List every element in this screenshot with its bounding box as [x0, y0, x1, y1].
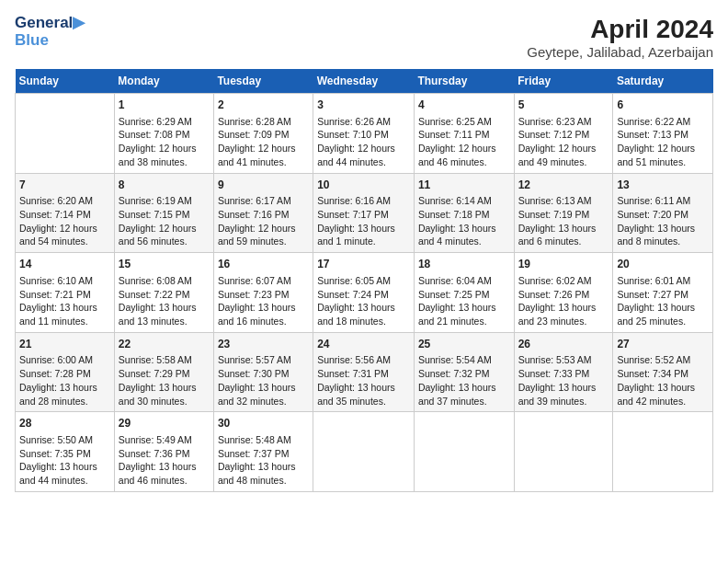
calendar-cell: 4Sunrise: 6:25 AMSunset: 7:11 PMDaylight…	[414, 94, 514, 174]
day-number: 30	[218, 416, 309, 431]
sunset-text: Sunset: 7:37 PM	[218, 447, 309, 461]
daylight-text: Daylight: 12 hours and 49 minutes.	[518, 142, 609, 168]
daylight-text: Daylight: 13 hours and 13 minutes.	[119, 301, 210, 327]
day-number: 7	[19, 178, 110, 193]
calendar-cell: 14Sunrise: 6:10 AMSunset: 7:21 PMDayligh…	[16, 253, 115, 333]
sunrise-text: Sunrise: 6:14 AM	[418, 194, 510, 208]
daylight-text: Daylight: 13 hours and 11 minutes.	[19, 301, 110, 327]
day-number: 3	[317, 98, 410, 113]
header-day-tuesday: Tuesday	[213, 69, 313, 94]
sunrise-text: Sunrise: 6:02 AM	[518, 274, 609, 288]
daylight-text: Daylight: 12 hours and 46 minutes.	[418, 142, 510, 168]
calendar-cell: 6Sunrise: 6:22 AMSunset: 7:13 PMDaylight…	[613, 94, 713, 174]
logo-blue: Blue	[15, 32, 85, 50]
calendar-cell: 30Sunrise: 5:48 AMSunset: 7:37 PMDayligh…	[213, 412, 313, 492]
calendar-cell: 12Sunrise: 6:13 AMSunset: 7:19 PMDayligh…	[514, 173, 613, 253]
daylight-text: Daylight: 13 hours and 28 minutes.	[19, 381, 110, 408]
sunrise-text: Sunrise: 6:19 AM	[119, 194, 210, 208]
sunrise-text: Sunrise: 6:16 AM	[317, 194, 410, 208]
daylight-text: Daylight: 13 hours and 39 minutes.	[518, 381, 609, 408]
daylight-text: Daylight: 13 hours and 46 minutes.	[119, 460, 210, 487]
week-row-4: 28Sunrise: 5:50 AMSunset: 7:35 PMDayligh…	[16, 412, 713, 492]
sunset-text: Sunset: 7:35 PM	[19, 447, 110, 461]
day-number: 18	[418, 257, 510, 272]
calendar-cell	[414, 412, 514, 492]
calendar-cell: 24Sunrise: 5:56 AMSunset: 7:31 PMDayligh…	[313, 332, 415, 412]
sunset-text: Sunset: 7:29 PM	[119, 367, 210, 381]
day-number: 14	[19, 257, 110, 272]
daylight-text: Daylight: 13 hours and 16 minutes.	[218, 301, 309, 327]
sunrise-text: Sunrise: 5:49 AM	[119, 433, 210, 447]
calendar-cell: 25Sunrise: 5:54 AMSunset: 7:32 PMDayligh…	[414, 332, 514, 412]
calendar-cell: 8Sunrise: 6:19 AMSunset: 7:15 PMDaylight…	[114, 173, 213, 253]
sunrise-text: Sunrise: 5:58 AM	[119, 353, 210, 367]
day-number: 15	[119, 257, 210, 272]
day-number: 23	[218, 337, 309, 352]
day-number: 22	[119, 337, 210, 352]
day-number: 10	[317, 178, 410, 193]
daylight-text: Daylight: 12 hours and 54 minutes.	[19, 222, 110, 248]
sunset-text: Sunset: 7:15 PM	[119, 208, 210, 222]
calendar-cell	[16, 94, 115, 174]
calendar-cell: 2Sunrise: 6:28 AMSunset: 7:09 PMDaylight…	[213, 94, 313, 174]
sunrise-text: Sunrise: 6:10 AM	[19, 274, 110, 288]
day-number: 25	[418, 337, 510, 352]
daylight-text: Daylight: 13 hours and 8 minutes.	[617, 222, 709, 248]
sunrise-text: Sunrise: 5:50 AM	[19, 433, 110, 447]
header-day-monday: Monday	[114, 69, 213, 94]
day-number: 20	[617, 257, 709, 272]
sunset-text: Sunset: 7:09 PM	[218, 128, 309, 142]
day-number: 12	[518, 178, 609, 193]
calendar-subtitle: Geytepe, Jalilabad, Azerbaijan	[527, 44, 713, 60]
header-day-thursday: Thursday	[414, 69, 514, 94]
daylight-text: Daylight: 12 hours and 44 minutes.	[317, 142, 410, 168]
sunset-text: Sunset: 7:33 PM	[518, 367, 609, 381]
calendar-cell: 11Sunrise: 6:14 AMSunset: 7:18 PMDayligh…	[414, 173, 514, 253]
calendar-cell: 22Sunrise: 5:58 AMSunset: 7:29 PMDayligh…	[114, 332, 213, 412]
calendar-cell	[613, 412, 713, 492]
week-row-0: 1Sunrise: 6:29 AMSunset: 7:08 PMDaylight…	[16, 94, 713, 174]
sunset-text: Sunset: 7:26 PM	[518, 288, 609, 302]
calendar-cell: 10Sunrise: 6:16 AMSunset: 7:17 PMDayligh…	[313, 173, 415, 253]
daylight-text: Daylight: 13 hours and 37 minutes.	[418, 381, 510, 408]
calendar-cell: 13Sunrise: 6:11 AMSunset: 7:20 PMDayligh…	[613, 173, 713, 253]
sunset-text: Sunset: 7:19 PM	[518, 208, 609, 222]
page-header: General▶ Blue April 2024 Geytepe, Jalila…	[15, 15, 713, 60]
sunrise-text: Sunrise: 6:25 AM	[418, 115, 510, 129]
daylight-text: Daylight: 12 hours and 59 minutes.	[218, 222, 309, 248]
sunrise-text: Sunrise: 6:08 AM	[119, 274, 210, 288]
calendar-cell: 29Sunrise: 5:49 AMSunset: 7:36 PMDayligh…	[114, 412, 213, 492]
sunrise-text: Sunrise: 6:07 AM	[218, 274, 309, 288]
calendar-cell: 23Sunrise: 5:57 AMSunset: 7:30 PMDayligh…	[213, 332, 313, 412]
sunrise-text: Sunrise: 6:28 AM	[218, 115, 309, 129]
sunrise-text: Sunrise: 6:00 AM	[19, 353, 110, 367]
sunset-text: Sunset: 7:32 PM	[418, 367, 510, 381]
sunrise-text: Sunrise: 6:26 AM	[317, 115, 410, 129]
calendar-cell: 18Sunrise: 6:04 AMSunset: 7:25 PMDayligh…	[414, 253, 514, 333]
daylight-text: Daylight: 13 hours and 30 minutes.	[119, 381, 210, 408]
sunset-text: Sunset: 7:28 PM	[19, 367, 110, 381]
daylight-text: Daylight: 12 hours and 41 minutes.	[218, 142, 309, 168]
daylight-text: Daylight: 13 hours and 44 minutes.	[19, 460, 110, 487]
daylight-text: Daylight: 13 hours and 18 minutes.	[317, 301, 410, 327]
calendar-cell: 16Sunrise: 6:07 AMSunset: 7:23 PMDayligh…	[213, 253, 313, 333]
day-number: 21	[19, 337, 110, 352]
daylight-text: Daylight: 13 hours and 48 minutes.	[218, 460, 309, 487]
sunset-text: Sunset: 7:25 PM	[418, 288, 510, 302]
sunrise-text: Sunrise: 5:57 AM	[218, 353, 309, 367]
calendar-cell: 3Sunrise: 6:26 AMSunset: 7:10 PMDaylight…	[313, 94, 415, 174]
day-number: 8	[119, 178, 210, 193]
sunset-text: Sunset: 7:21 PM	[19, 288, 110, 302]
sunrise-text: Sunrise: 6:23 AM	[518, 115, 609, 129]
week-row-2: 14Sunrise: 6:10 AMSunset: 7:21 PMDayligh…	[16, 253, 713, 333]
sunset-text: Sunset: 7:17 PM	[317, 208, 410, 222]
calendar-cell: 7Sunrise: 6:20 AMSunset: 7:14 PMDaylight…	[16, 173, 115, 253]
daylight-text: Daylight: 13 hours and 21 minutes.	[418, 301, 510, 327]
daylight-text: Daylight: 13 hours and 1 minute.	[317, 222, 410, 248]
header-day-friday: Friday	[514, 69, 613, 94]
calendar-cell: 19Sunrise: 6:02 AMSunset: 7:26 PMDayligh…	[514, 253, 613, 333]
week-row-1: 7Sunrise: 6:20 AMSunset: 7:14 PMDaylight…	[16, 173, 713, 253]
sunset-text: Sunset: 7:10 PM	[317, 128, 410, 142]
header-row: SundayMondayTuesdayWednesdayThursdayFrid…	[16, 69, 713, 94]
header-day-wednesday: Wednesday	[313, 69, 415, 94]
